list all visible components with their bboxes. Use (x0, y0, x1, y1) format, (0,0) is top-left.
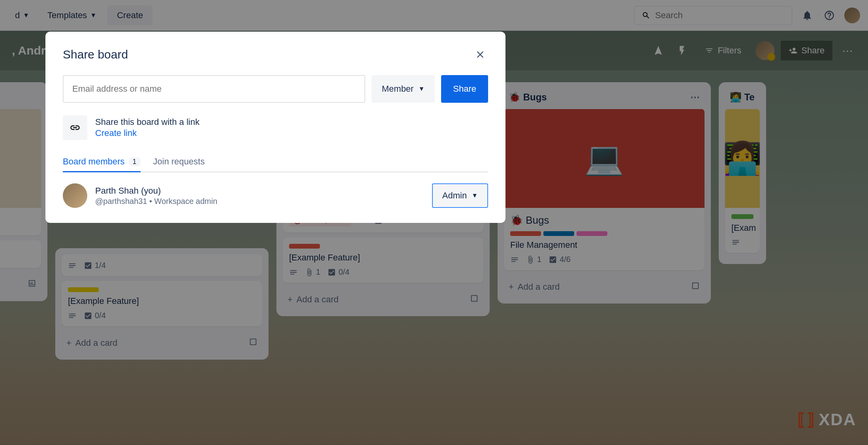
member-subtitle: @parthshah31 • Workspace admin (95, 197, 217, 206)
close-icon (475, 49, 486, 60)
modal-header: Share board (63, 47, 488, 62)
link-description: Share this board with a link (95, 117, 199, 127)
modal-tabs: Board members 1 Join requests (63, 152, 488, 172)
share-modal: Share board Member ▼ Share Share this bo… (45, 32, 505, 223)
modal-title: Share board (63, 48, 128, 61)
member-info: Parth Shah (you) @parthshah31 • Workspac… (63, 183, 217, 208)
tab-count: 1 (129, 157, 141, 167)
tab-label: Join requests (153, 157, 205, 167)
share-link-row: Share this board with a link Create link (63, 115, 488, 140)
tab-label: Board members (63, 157, 125, 167)
member-name: Parth Shah (you) (95, 186, 217, 196)
share-submit-button[interactable]: Share (441, 75, 488, 103)
link-icon (63, 115, 87, 140)
email-input[interactable] (63, 75, 365, 103)
chevron-down-icon: ▼ (418, 85, 425, 92)
member-avatar (63, 183, 87, 208)
share-btn-label: Share (453, 84, 476, 94)
link-text-group: Share this board with a link Create link (95, 117, 199, 138)
member-role-select[interactable]: Admin ▼ (432, 183, 488, 208)
member-row: Parth Shah (you) @parthshah31 • Workspac… (63, 183, 488, 208)
close-button[interactable] (472, 47, 488, 62)
tab-join-requests[interactable]: Join requests (153, 152, 205, 172)
tab-board-members[interactable]: Board members 1 (63, 152, 141, 172)
chevron-down-icon: ▼ (472, 192, 478, 199)
role-label: Member (382, 84, 414, 94)
create-link-button[interactable]: Create link (95, 128, 199, 138)
share-input-row: Member ▼ Share (63, 75, 488, 103)
role-label: Admin (442, 190, 467, 201)
role-select[interactable]: Member ▼ (372, 75, 435, 103)
